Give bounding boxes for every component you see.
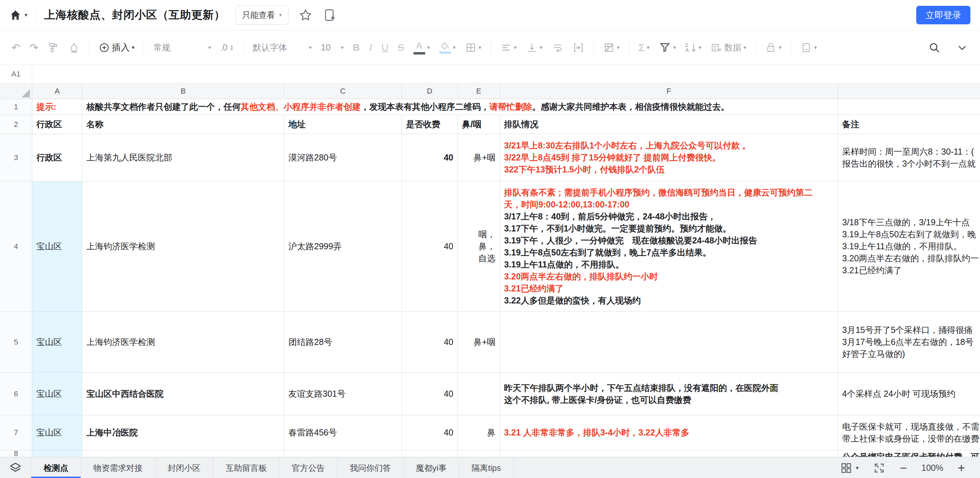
cell-F2[interactable]: 排队情况 (500, 115, 838, 134)
cell-C8[interactable] (284, 450, 402, 457)
select-all-corner[interactable] (0, 83, 32, 99)
sheet-tab-7[interactable]: 魔都yi事 (404, 458, 459, 478)
underline-button[interactable]: U (382, 42, 388, 53)
cell-B2[interactable]: 名称 (82, 115, 284, 134)
cell-C6[interactable]: 友谊支路301号 (284, 373, 402, 415)
column-header-D[interactable]: D (402, 83, 458, 99)
cell-A8[interactable] (32, 450, 82, 457)
cell-G2[interactable]: 备注 (838, 115, 980, 134)
sheet-tab-3[interactable]: 封闭小区 (155, 458, 213, 478)
sheet-tab-1[interactable]: 检测点 (31, 458, 81, 478)
cell-C5[interactable]: 团结路28号 (284, 312, 402, 372)
cell-C4[interactable]: 沪太路2999弄 (284, 182, 402, 311)
cell-F6[interactable]: 昨天下午排队两个半小时，下午五点结束排队，没有遮阳的，在医院外面这个不排队, 带… (500, 373, 838, 415)
zoom-in-button[interactable]: + (958, 462, 965, 474)
fill-color-button[interactable]: ▾ (439, 41, 456, 54)
sort-button[interactable]: Z A ▾ (685, 43, 701, 53)
column-header-E[interactable]: E (458, 83, 500, 99)
collapse-toolbar-chevron-icon[interactable] (956, 41, 968, 54)
horizontal-align-button[interactable]: ▾ (500, 42, 517, 54)
cell-E7[interactable]: 鼻 (458, 415, 500, 450)
cell-C7[interactable]: 春雷路456号 (284, 415, 402, 450)
cell-F5[interactable] (500, 312, 838, 372)
cell-E8[interactable] (458, 450, 500, 457)
data-validation-button[interactable]: 数据 ▾ (711, 42, 746, 54)
cell-E2[interactable]: 鼻/咽 (458, 115, 500, 134)
row-header-6[interactable]: 6 (0, 373, 32, 415)
cell-B6[interactable]: 宝山区中西结合医院 (82, 373, 284, 415)
permission-button[interactable]: 只能查看 ▾ (235, 5, 288, 25)
column-header-B[interactable]: B (82, 83, 284, 99)
text-wrap-button[interactable] (552, 42, 563, 54)
cell-G3[interactable]: 采样时间：周一至周六8：30-11：(报告出的很快，3个小时不到一点就 (838, 134, 980, 181)
cell-A6[interactable]: 宝山区 (32, 373, 82, 415)
cell-D2[interactable]: 是否收费 (402, 115, 458, 134)
sheet-tab-5[interactable]: 官方公告 (280, 458, 337, 478)
cell-B7[interactable]: 上海中冶医院 (82, 415, 284, 450)
sheet-list-button[interactable] (0, 458, 31, 478)
freeze-panes-button[interactable]: ▾ (603, 42, 620, 54)
home-button[interactable]: ▾ (9, 9, 27, 22)
decimal-stepper[interactable]: .0 ▲▼ (220, 43, 234, 53)
new-document-button[interactable] (323, 8, 336, 22)
column-header-C[interactable]: C (284, 83, 402, 99)
cell-C3[interactable]: 漠河路280号 (284, 134, 402, 181)
format-painter-button[interactable] (47, 42, 59, 54)
cell-G4[interactable]: 3/18下午三点做的，3/19上午十点3.19上午8点50左右到了就做到，晚3.… (838, 182, 980, 311)
cell-B8[interactable] (82, 450, 284, 457)
protect-button[interactable]: ▾ (765, 42, 781, 54)
cell-A5[interactable]: 宝山区 (32, 312, 82, 372)
cell-E5[interactable]: 鼻+咽 (458, 312, 500, 372)
cell-D5[interactable]: 40 (402, 312, 458, 372)
cell-A1[interactable]: 提示: (32, 99, 82, 115)
search-icon[interactable] (928, 41, 941, 54)
row-header-2[interactable]: 2 (0, 115, 32, 134)
redo-button[interactable]: ↷ (30, 43, 38, 53)
filter-button[interactable]: ▾ (659, 41, 676, 54)
vertical-align-button[interactable]: ▾ (526, 42, 542, 54)
cell-D3[interactable]: 40 (402, 134, 458, 181)
cell-E3[interactable]: 鼻+咽 (458, 134, 500, 181)
row-header-8[interactable]: 8 (0, 450, 32, 457)
column-header-A[interactable]: A (32, 83, 82, 99)
cell-D6[interactable]: 40 (402, 373, 458, 415)
sheet-tab-6[interactable]: 我问你们答 (337, 458, 404, 478)
cell-G8[interactable]: 公众号绑定电子医保卡预约付费，可 (838, 450, 980, 457)
cell-A2[interactable]: 行政区 (32, 115, 82, 134)
row-header-3[interactable]: 3 (0, 134, 32, 181)
cell-E6[interactable] (458, 373, 500, 415)
cell-B1[interactable]: 核酸共享文档作者只创建了此一个，任何其他文档、小程序并非作者创建，发现本表有其他… (82, 99, 838, 115)
sheet-tab-2[interactable]: 物资需求对接 (81, 458, 155, 478)
column-header-offscreen[interactable] (838, 83, 980, 99)
star-button[interactable] (299, 8, 312, 22)
login-button[interactable]: 立即登录 (916, 6, 970, 24)
strikethrough-button[interactable]: S (398, 42, 404, 53)
insert-button[interactable]: 插入 ▾ (99, 41, 134, 54)
cell-A4[interactable]: 宝山区 (32, 182, 82, 311)
cell-B3[interactable]: 上海第九人民医院北部 (82, 134, 284, 181)
borders-button[interactable]: ▾ (465, 42, 481, 54)
cell-B4[interactable]: 上海钧济医学检测 (82, 182, 284, 311)
zoom-level[interactable]: 100% (921, 463, 943, 473)
cell-A7[interactable]: 宝山区 (32, 415, 82, 450)
cell-G5[interactable]: 3月15号开了5个采样口，捅得很痛3月17号晚上6点半左右做的，18号好管子立马… (838, 312, 980, 372)
sheet-tab-8[interactable]: 隔离tips (459, 458, 513, 478)
cell-D8[interactable] (402, 450, 458, 457)
row-header-7[interactable]: 7 (0, 415, 32, 450)
cell-reference-box[interactable]: A1 (0, 65, 32, 83)
sheet-tab-4[interactable]: 互助留言板 (213, 458, 280, 478)
cell-F7[interactable]: 3.21 人非常非常多，排队3-4小时，3.22人非常多 (500, 415, 838, 450)
fullscreen-icon[interactable] (873, 462, 885, 474)
cell-F8[interactable] (500, 450, 838, 457)
cell-C2[interactable]: 地址 (284, 115, 402, 134)
cell-note-button[interactable]: ▾ (800, 42, 817, 54)
bold-button[interactable]: B (353, 42, 360, 53)
cell-G1[interactable] (838, 99, 980, 115)
undo-button[interactable]: ↶ (12, 43, 20, 53)
column-header-F[interactable]: F (500, 83, 838, 99)
cell-D7[interactable]: 40 (402, 415, 458, 450)
text-color-button[interactable]: A ▾ (414, 40, 430, 54)
cell-F3[interactable]: 3/21早上8:30左右排队1个小时左右，上海九院公众号可以付款 。3/22早上… (500, 134, 838, 181)
row-header-1[interactable]: 1 (0, 99, 32, 115)
cell-A3[interactable]: 行政区 (32, 134, 82, 181)
